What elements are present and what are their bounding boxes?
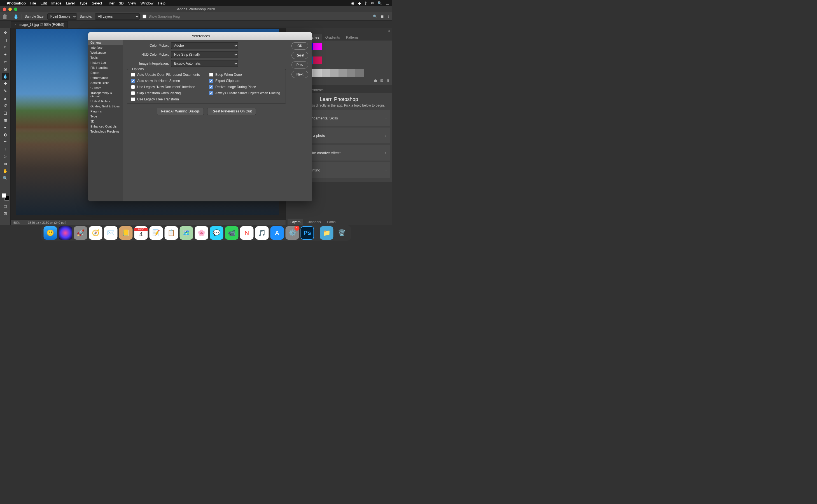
music-app[interactable]: 🎵 bbox=[255, 226, 269, 240]
zoom-level[interactable]: 50% bbox=[13, 221, 20, 224]
menu-view[interactable]: View bbox=[128, 1, 136, 5]
news-app[interactable]: N bbox=[240, 226, 254, 240]
messages-app[interactable]: 💬 bbox=[210, 226, 224, 240]
quick-select-tool[interactable]: ✦ bbox=[2, 51, 9, 58]
menu-select[interactable]: Select bbox=[92, 1, 102, 5]
menu-edit[interactable]: Edit bbox=[41, 1, 47, 5]
prefs-category[interactable]: Scratch Disks bbox=[88, 80, 123, 85]
type-tool[interactable]: T bbox=[2, 146, 9, 152]
status-chevron-icon[interactable]: › bbox=[74, 221, 76, 224]
prefs-category[interactable]: Tools bbox=[88, 55, 123, 60]
menu-layer[interactable]: Layer bbox=[66, 1, 75, 5]
prefs-category[interactable]: Interface bbox=[88, 45, 123, 50]
crop-tool[interactable]: ✂ bbox=[2, 58, 9, 65]
tab-gradients[interactable]: Gradients bbox=[323, 34, 343, 41]
delete-swatch-icon[interactable]: 🗑 bbox=[386, 78, 390, 83]
bluetooth-icon[interactable]: ᛒ bbox=[365, 1, 367, 5]
reset-warnings-button[interactable]: Reset All Warning Dialogs bbox=[157, 108, 204, 115]
lasso-tool[interactable]: ⌑ bbox=[2, 44, 9, 51]
swatch[interactable] bbox=[347, 69, 355, 77]
prefs-category[interactable]: Enhanced Controls bbox=[88, 124, 123, 129]
edit-toolbar[interactable]: ⋯ bbox=[2, 185, 9, 191]
hud-picker-select[interactable]: Hue Strip (Small) bbox=[171, 51, 238, 58]
quick-mask-toggle[interactable]: ◻ bbox=[2, 203, 9, 209]
swatch[interactable] bbox=[339, 69, 347, 77]
prefs-category[interactable]: Units & Rulers bbox=[88, 99, 123, 104]
launchpad-app[interactable]: 🚀 bbox=[74, 226, 87, 240]
facetime-app[interactable]: 📹 bbox=[225, 226, 239, 240]
frame-tool[interactable]: ⊠ bbox=[2, 66, 9, 72]
color-swatches[interactable] bbox=[2, 193, 9, 201]
notes-app[interactable]: 📝 bbox=[149, 226, 163, 240]
mail-app[interactable]: ✉️ bbox=[104, 226, 117, 240]
window-zoom-button[interactable] bbox=[14, 8, 17, 11]
interpolation-select[interactable]: Bicubic Automatic bbox=[171, 60, 238, 67]
sample-size-select[interactable]: Point Sample bbox=[47, 13, 77, 20]
swatch[interactable] bbox=[313, 69, 322, 77]
menu-image[interactable]: Image bbox=[51, 1, 61, 5]
spotlight-icon[interactable]: 🔍 bbox=[377, 1, 382, 5]
photoshop-app[interactable]: Ps bbox=[301, 226, 314, 240]
doc-layout-icon[interactable]: ▣ bbox=[381, 15, 384, 18]
prefs-category[interactable]: 3D bbox=[88, 119, 123, 124]
menu-type[interactable]: Type bbox=[79, 1, 87, 5]
prefs-category[interactable]: Export bbox=[88, 70, 123, 75]
notif-icon[interactable]: ◆ bbox=[358, 1, 361, 5]
prefs-category[interactable]: Technology Previews bbox=[88, 129, 123, 134]
option-checkbox[interactable]: Use Legacy "New Document" Interface bbox=[131, 85, 203, 89]
prefs-category[interactable]: File Handling bbox=[88, 65, 123, 70]
dodge-tool[interactable]: ◐ bbox=[2, 131, 9, 138]
tab-layers[interactable]: Layers bbox=[288, 219, 303, 225]
healing-tool[interactable]: ✚ bbox=[2, 80, 9, 87]
prefs-category[interactable]: Plug-Ins bbox=[88, 109, 123, 114]
blur-tool[interactable]: ● bbox=[2, 124, 9, 131]
sample-layers-select[interactable]: All Layers bbox=[95, 13, 140, 20]
prefs-category[interactable]: History Log bbox=[88, 60, 123, 65]
downloads-folder[interactable]: 📁 bbox=[320, 226, 334, 240]
preferences-app[interactable]: ⚙️1 bbox=[286, 226, 299, 240]
trash[interactable]: 🗑️ bbox=[335, 226, 349, 240]
ok-button[interactable]: OK bbox=[292, 42, 308, 50]
swatch[interactable] bbox=[313, 56, 322, 64]
pen-tool[interactable]: ✒ bbox=[2, 138, 9, 145]
menu-help[interactable]: Help bbox=[158, 1, 165, 5]
prefs-category[interactable]: Guides, Grid & Slices bbox=[88, 104, 123, 109]
menu-3d[interactable]: 3D bbox=[119, 1, 124, 5]
stamp-tool[interactable]: ▲ bbox=[2, 95, 9, 102]
tab-channels[interactable]: Channels bbox=[304, 219, 324, 225]
option-checkbox[interactable]: Export Clipboard bbox=[209, 79, 282, 83]
appstore-app[interactable]: A bbox=[271, 226, 284, 240]
share-icon[interactable]: ⇪ bbox=[387, 15, 390, 18]
zoom-tool[interactable]: 🔍 bbox=[2, 175, 9, 182]
eraser-tool[interactable]: ◫ bbox=[2, 109, 9, 116]
app-name[interactable]: Photoshop bbox=[7, 1, 26, 5]
window-minimize-button[interactable] bbox=[8, 8, 12, 11]
maps-app[interactable]: 🗺️ bbox=[180, 226, 193, 240]
document-tab[interactable]: × Image_13.jpg @ 50% (RGB/8) bbox=[11, 21, 68, 28]
reset-on-quit-button[interactable]: Reset Preferences On Quit bbox=[207, 108, 256, 115]
tab-patterns[interactable]: Patterns bbox=[343, 34, 362, 41]
swatch[interactable] bbox=[322, 69, 330, 77]
swatch[interactable] bbox=[355, 69, 364, 77]
option-checkbox[interactable]: Always Create Smart Objects when Placing bbox=[209, 91, 282, 95]
option-checkbox[interactable]: Skip Transform when Placing bbox=[131, 91, 203, 95]
prefs-category[interactable]: General bbox=[88, 40, 123, 45]
prefs-category[interactable]: Type bbox=[88, 114, 123, 119]
eyedropper-tool[interactable]: 💧 bbox=[2, 73, 9, 80]
new-swatch-icon[interactable]: ⊞ bbox=[380, 78, 383, 83]
siri-app[interactable] bbox=[59, 226, 72, 240]
move-tool[interactable]: ✥ bbox=[2, 29, 9, 36]
option-checkbox[interactable]: Resize Image During Place bbox=[209, 85, 282, 89]
path-select-tool[interactable]: ▷ bbox=[2, 153, 9, 160]
folder-icon[interactable]: 🖿 bbox=[374, 78, 377, 83]
eyedropper-tool-icon[interactable]: 💧 bbox=[13, 14, 19, 19]
menu-filter[interactable]: Filter bbox=[106, 1, 114, 5]
tab-paths[interactable]: Paths bbox=[324, 219, 339, 225]
option-checkbox[interactable]: Auto-Update Open File-based Documents bbox=[131, 73, 203, 77]
swatch[interactable] bbox=[330, 69, 339, 77]
option-checkbox[interactable]: Beep When Done bbox=[209, 73, 282, 77]
close-tab-icon[interactable]: × bbox=[14, 23, 16, 27]
prev-button[interactable]: Prev bbox=[292, 61, 308, 69]
next-button[interactable]: Next bbox=[292, 71, 308, 78]
cc-icon[interactable]: ◉ bbox=[351, 1, 354, 5]
